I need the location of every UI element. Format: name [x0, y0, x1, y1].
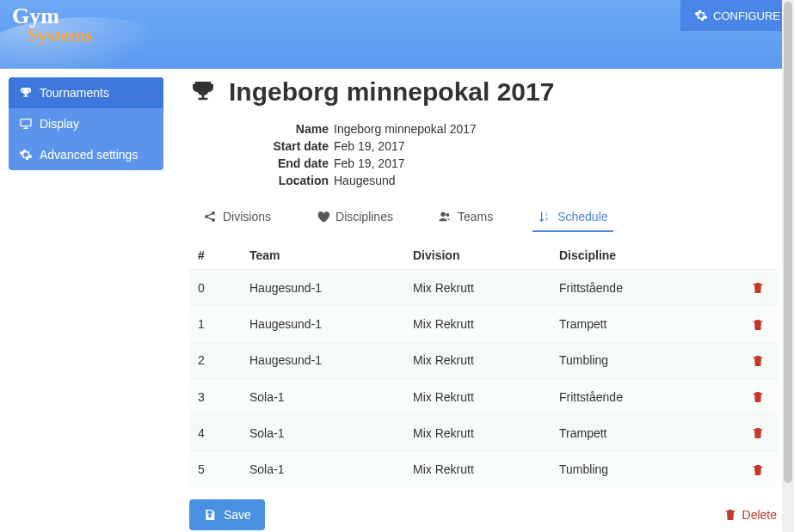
meta-value-start: Feb 19, 2017 — [334, 139, 405, 153]
table-row[interactable]: 3Sola-1Mix RekruttFrittstående — [189, 378, 777, 414]
cell-team: Sola-1 — [241, 415, 404, 451]
table-row[interactable]: 1Haugesund-1Mix RekruttTrampett — [189, 306, 777, 342]
meta-label-location: Location — [249, 174, 329, 187]
sidebar: Tournaments Display Advanced settings — [0, 69, 163, 532]
logo-line2: Systems — [28, 26, 93, 45]
sidebar-item-label: Advanced settings — [40, 148, 138, 162]
topbar: Gym Systems CONFIGURE — [0, 0, 794, 69]
trash-icon — [751, 426, 765, 440]
trash-icon — [751, 354, 765, 368]
configure-label: CONFIGURE — [713, 9, 780, 22]
row-delete-button[interactable] — [742, 342, 777, 378]
cell-discipline: Frittstående — [551, 378, 742, 414]
cell-num: 4 — [189, 415, 241, 451]
schedule-table: # Team Division Discipline 0Haugesund-1M… — [189, 242, 777, 487]
monitor-icon — [19, 117, 33, 131]
cell-num: 1 — [189, 306, 241, 342]
meta-value-location: Haugesund — [334, 174, 396, 187]
sidebar-item-advanced-settings[interactable]: Advanced settings — [9, 139, 163, 170]
cell-team: Haugesund-1 — [241, 306, 404, 342]
tab-disciplines[interactable]: Disciplines — [311, 203, 398, 232]
tournament-meta: NameIngeborg minnepokal 2017 Start dateF… — [249, 122, 777, 187]
table-row[interactable]: 0Haugesund-1Mix RekruttFrittstående — [189, 270, 777, 306]
cell-num: 0 — [189, 270, 241, 306]
trash-icon — [751, 318, 765, 332]
meta-label-end: End date — [249, 156, 329, 170]
tab-divisions[interactable]: Divisions — [198, 203, 276, 232]
row-delete-button[interactable] — [742, 451, 777, 487]
svg-point-3 — [212, 218, 215, 222]
cell-num: 3 — [189, 378, 241, 414]
col-division: Division — [404, 242, 551, 270]
row-delete-button[interactable] — [742, 306, 777, 342]
table-row[interactable]: 2Haugesund-1Mix RekruttTumbling — [189, 342, 777, 378]
cell-discipline: Tumbling — [551, 342, 742, 378]
cell-division: Mix Rekrutt — [404, 415, 551, 451]
cell-division: Mix Rekrutt — [404, 342, 551, 378]
table-row[interactable]: 5Sola-1Mix RekruttTumbling — [189, 451, 777, 487]
gear-icon — [19, 148, 33, 162]
save-label: Save — [224, 508, 251, 522]
heartbeat-icon — [316, 210, 329, 223]
cell-discipline: Tumbling — [551, 451, 742, 487]
sort-numeric-icon: 19 — [538, 210, 551, 223]
svg-point-4 — [440, 212, 445, 217]
save-icon — [203, 508, 217, 522]
page-title-text: Ingeborg minnepokal 2017 — [229, 77, 554, 107]
svg-rect-0 — [21, 119, 31, 126]
table-row[interactable]: 4Sola-1Mix RekruttTrampett — [189, 415, 777, 451]
tab-teams[interactable]: Teams — [433, 203, 498, 232]
row-delete-button[interactable] — [742, 378, 777, 414]
svg-text:9: 9 — [545, 217, 548, 222]
svg-point-1 — [205, 215, 208, 218]
scroll-thumb[interactable] — [784, 2, 792, 483]
cell-num: 5 — [189, 451, 241, 487]
configure-button[interactable]: CONFIGURE — [680, 0, 794, 31]
tabs: Divisions Disciplines Teams 19 Schedule — [189, 203, 777, 233]
delete-label: Delete — [742, 508, 777, 522]
tab-label: Divisions — [223, 210, 271, 223]
meta-value-end: Feb 19, 2017 — [334, 156, 405, 170]
cell-num: 2 — [189, 342, 241, 378]
col-team: Team — [241, 242, 404, 270]
tab-label: Schedule — [557, 210, 607, 223]
svg-point-5 — [446, 213, 449, 217]
trash-icon — [751, 281, 765, 295]
save-button[interactable]: Save — [189, 499, 265, 530]
tab-schedule[interactable]: 19 Schedule — [532, 203, 612, 232]
actions-bar: Save Delete — [189, 499, 777, 530]
logo: Gym Systems — [12, 5, 93, 45]
svg-point-2 — [212, 211, 215, 215]
cell-discipline: Trampett — [551, 306, 742, 342]
delete-button[interactable]: Delete — [723, 508, 777, 522]
page-title: Ingeborg minnepokal 2017 — [189, 77, 777, 107]
meta-label-start: Start date — [249, 139, 329, 153]
cell-team: Sola-1 — [241, 451, 404, 487]
col-num: # — [189, 242, 241, 270]
col-discipline: Discipline — [551, 242, 742, 270]
cell-discipline: Frittstående — [551, 270, 742, 306]
cell-team: Sola-1 — [241, 378, 404, 414]
cell-discipline: Trampett — [551, 415, 742, 451]
svg-text:1: 1 — [545, 211, 548, 217]
cell-division: Mix Rekrutt — [404, 306, 551, 342]
tab-label: Disciplines — [335, 210, 393, 223]
trash-icon — [751, 390, 765, 404]
trash-icon — [723, 508, 737, 522]
scrollbar[interactable] — [782, 0, 794, 532]
share-icon — [203, 210, 217, 223]
users-icon — [438, 210, 452, 223]
cell-division: Mix Rekrutt — [404, 270, 551, 306]
cell-team: Haugesund-1 — [241, 270, 404, 306]
trash-icon — [751, 463, 765, 477]
cell-division: Mix Rekrutt — [404, 451, 551, 487]
tab-label: Teams — [458, 210, 493, 223]
row-delete-button[interactable] — [742, 415, 777, 451]
meta-label-name: Name — [249, 122, 329, 136]
cell-division: Mix Rekrutt — [404, 378, 551, 414]
meta-value-name: Ingeborg minnepokal 2017 — [334, 122, 477, 136]
row-delete-button[interactable] — [742, 270, 777, 306]
main-content: Ingeborg minnepokal 2017 NameIngeborg mi… — [163, 69, 794, 532]
gears-icon — [694, 9, 708, 22]
cell-team: Haugesund-1 — [241, 342, 404, 378]
